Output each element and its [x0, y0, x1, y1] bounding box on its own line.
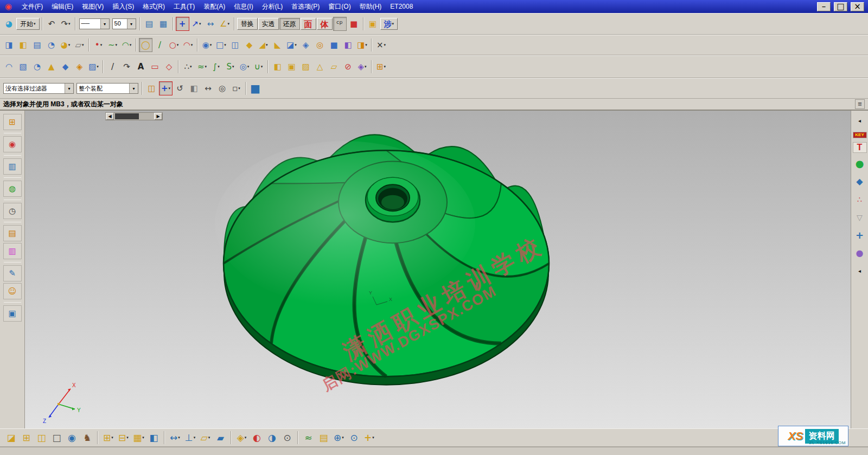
dropdown-arrow[interactable]: ▾ — [245, 435, 247, 440]
dropdown-arrow[interactable]: ▾ — [190, 65, 192, 69]
close-button[interactable]: × — [851, 2, 864, 11]
layer-settings-icon[interactable]: ▤ — [143, 17, 156, 31]
weight-icon[interactable]: ⊙ — [280, 431, 294, 445]
menu-file[interactable]: 文件(F) — [17, 0, 47, 14]
sequence-icon[interactable]: ▰ — [214, 431, 227, 445]
dropdown-arrow[interactable]: ▾ — [194, 435, 196, 440]
dropdown-arrow[interactable]: ▾ — [247, 65, 250, 69]
dropdown-arrow[interactable]: ▾ — [34, 22, 36, 26]
viewport-scrollbar[interactable]: ◀ ▶ — [105, 112, 163, 120]
basic-line-icon[interactable]: / — [106, 60, 119, 74]
measure-distance-icon[interactable]: ↔ — [204, 17, 218, 31]
cross-tool-icon[interactable]: + — [853, 228, 867, 242]
dropdown-arrow[interactable]: ▾ — [392, 22, 394, 26]
menu-insert[interactable]: 插入(S) — [108, 0, 138, 14]
assembly-constraint-icon[interactable]: ⊥▾ — [183, 431, 197, 445]
dropdown-arrow[interactable]: ▾ — [365, 65, 367, 69]
foreign-surface-icon[interactable]: ◈▾ — [355, 60, 369, 74]
menu-view[interactable]: 视图(V) — [78, 0, 108, 14]
cylinder-primitive-icon[interactable]: ◫ — [228, 38, 242, 52]
edge-blend-icon[interactable]: ◢▾ — [257, 38, 270, 52]
scale-select[interactable]: 50▾ — [112, 18, 136, 29]
trim-body-icon[interactable]: ◪▾ — [285, 38, 298, 52]
point-icon[interactable]: •▾ — [92, 38, 105, 52]
sweep-icon[interactable]: ◕▾ — [59, 38, 72, 52]
cone-icon[interactable]: ▲ — [44, 60, 58, 74]
line-icon[interactable]: / — [153, 38, 167, 52]
patch-icon[interactable]: ◧ — [271, 60, 284, 74]
curve-array-icon[interactable]: ∫▾ — [209, 60, 223, 74]
explode-icon[interactable]: ◈▾ — [235, 431, 248, 445]
toolbar-collapse-icon[interactable]: ◂ — [853, 114, 867, 128]
constraint-navigator-icon[interactable]: ◉ — [3, 136, 22, 152]
bridge-curve-icon[interactable]: ∪▾ — [252, 60, 265, 74]
menu-analysis[interactable]: 分析(L) — [258, 0, 288, 14]
dropdown-arrow[interactable]: ▾ — [100, 19, 109, 29]
pencil-icon[interactable]: ✎ — [3, 265, 22, 281]
menu-information[interactable]: 信息(I) — [229, 0, 257, 14]
polygon-icon[interactable]: ◇ — [162, 60, 176, 74]
history-icon[interactable]: ◷ — [3, 203, 22, 219]
xform-surface-icon[interactable]: ⊞▾ — [374, 60, 388, 74]
scope-select[interactable]: 整个装配▾ — [76, 83, 138, 94]
dropdown-arrow[interactable]: ▾ — [129, 84, 138, 93]
layer-visible-icon[interactable]: ▦ — [157, 17, 170, 31]
assembly-navigator-toggle-icon[interactable]: ◫ — [145, 81, 158, 95]
menu-window[interactable]: 窗口(O) — [324, 0, 355, 14]
dropdown-arrow[interactable]: ▾ — [208, 435, 210, 440]
pattern-component-icon[interactable]: ▦▾ — [132, 431, 145, 445]
selection-filter-select[interactable]: 没有选择过滤器▾ — [3, 83, 74, 94]
datum-plane-icon[interactable]: ▱▾ — [73, 38, 86, 52]
scroll-thumb[interactable] — [115, 113, 139, 119]
circle-icon[interactable]: ○▾ — [167, 38, 181, 52]
dropdown-arrow[interactable]: ▾ — [97, 65, 99, 69]
template-t-icon[interactable]: T — [853, 142, 867, 153]
dropdown-arrow[interactable]: ▾ — [365, 43, 367, 47]
add-component-icon[interactable]: ⊞▾ — [101, 431, 115, 445]
datum-csys-icon[interactable]: +▾ — [362, 431, 376, 445]
viewport-canvas[interactable]: X Y 潇洒职业培训学校 启网:WWW.DGXSPX.COM X Y — [25, 111, 851, 428]
replace-button[interactable]: 替换 — [237, 18, 258, 30]
block-icon[interactable]: ⊞ — [20, 431, 33, 445]
graphics-viewport[interactable]: ◀ ▶ — [25, 111, 851, 428]
red-dots-icon[interactable]: ∴ — [853, 193, 867, 207]
suppress-icon[interactable]: ×▾ — [374, 38, 388, 52]
scroll-left-button[interactable]: ◀ — [106, 113, 114, 120]
ruled-surface-icon[interactable]: ▨ — [299, 60, 312, 74]
dropdown-arrow[interactable]: ▾ — [210, 43, 212, 47]
dropdown-arrow[interactable]: ▾ — [295, 43, 297, 47]
new-component-icon[interactable]: ⊟▾ — [117, 431, 130, 445]
scroll-track[interactable] — [114, 113, 154, 120]
body-button[interactable]: 体 — [317, 18, 333, 30]
purple-part-icon[interactable]: ● — [853, 246, 867, 260]
cylinder-icon[interactable]: ◫ — [35, 431, 48, 445]
dropdown-arrow[interactable]: ▾ — [177, 43, 179, 47]
dropdown-arrow[interactable]: ▾ — [127, 19, 136, 29]
dropdown-arrow[interactable]: ▾ — [224, 43, 226, 47]
dropdown-arrow[interactable]: ▾ — [372, 435, 374, 440]
dropdown-arrow[interactable]: ▾ — [82, 43, 84, 47]
helix-icon[interactable]: S▾ — [224, 60, 237, 74]
menu-preferences[interactable]: 首选项(P) — [287, 0, 324, 14]
statusbar-dock-icon[interactable]: ≡ — [855, 99, 865, 109]
point-set-icon[interactable]: ∴▾ — [181, 60, 195, 74]
tube-icon[interactable]: ◎▾ — [238, 60, 251, 74]
bounded-plane-icon[interactable]: ▣ — [285, 60, 298, 74]
translucent-button[interactable]: 实透 — [258, 18, 279, 30]
dropdown-arrow[interactable]: ▾ — [191, 43, 193, 47]
dropdown-arrow[interactable]: ▾ — [227, 22, 229, 26]
arrangement-icon[interactable]: ▱▾ — [199, 431, 212, 445]
nx-start-icon[interactable]: ◕ — [2, 17, 16, 31]
curve-icon[interactable]: ◠▾ — [120, 38, 133, 52]
dropdown-arrow[interactable]: ▾ — [342, 435, 344, 440]
transform-icon[interactable]: ◨ — [2, 38, 16, 52]
dropdown-arrow[interactable]: ▾ — [384, 65, 386, 69]
dropdown-arrow[interactable]: ▾ — [261, 65, 263, 69]
clearance-icon[interactable]: ◑ — [265, 431, 279, 445]
dropdown-arrow[interactable]: ▾ — [130, 43, 132, 47]
redo-icon[interactable]: ↷▾ — [59, 17, 73, 31]
surface-revolve-icon[interactable]: ◔ — [30, 60, 44, 74]
blue-cube-icon[interactable]: ■ — [327, 38, 341, 52]
info-icon[interactable]: ⊙ — [347, 431, 361, 445]
scroll-right-button[interactable]: ▶ — [154, 113, 162, 120]
